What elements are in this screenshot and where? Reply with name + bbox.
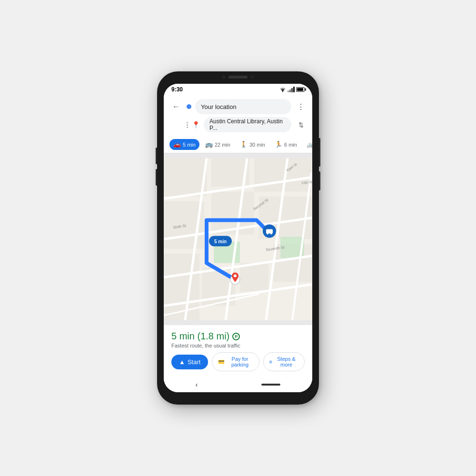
- route-info: 5 min (1.8 mi) P Fastest route, the usua…: [171, 331, 305, 348]
- origin-text: Your location: [201, 103, 237, 110]
- tab-walking[interactable]: 🚶 30 min: [236, 139, 269, 150]
- route-duration: 5 min (1.8 mi): [171, 331, 229, 342]
- svg-point-32: [267, 233, 268, 235]
- home-indicator[interactable]: [261, 384, 280, 386]
- start-label: Start: [188, 358, 200, 366]
- dot2: [187, 124, 188, 126]
- origin-dot-icon: [187, 104, 191, 109]
- volume-up-button[interactable]: [156, 148, 157, 164]
- route-description: Fastest route, the usual traffic: [171, 343, 305, 348]
- swap-button[interactable]: ⇅: [295, 119, 307, 130]
- run-icon: 🏃: [275, 141, 282, 148]
- duration-text: 5 min: [171, 331, 195, 341]
- back-icon: ←: [172, 102, 180, 111]
- phone-nav-bar: ‹: [164, 377, 312, 392]
- phone-notch: [222, 75, 254, 79]
- walking-time: 30 min: [249, 142, 265, 148]
- dot3: [187, 127, 188, 128]
- map-svg: Sixth St Second St Seventh St Egan St Fi…: [164, 153, 312, 325]
- car-icon: 🚗: [173, 141, 181, 148]
- status-bar: 9:30: [164, 84, 312, 95]
- maps-app: ← Your location ⋮ 📍: [164, 95, 312, 392]
- route-time-display: 5 min (1.8 mi) P: [171, 331, 305, 342]
- transit-time: 22 min: [215, 142, 230, 148]
- bottom-panel: 5 min (1.8 mi) P Fastest route, the usua…: [164, 325, 312, 377]
- speaker: [228, 76, 248, 79]
- steps-icon: ≡: [269, 359, 272, 365]
- walk-icon: 🚶: [240, 141, 248, 148]
- more-options-button[interactable]: ⋮: [295, 101, 307, 112]
- clock: 9:30: [171, 86, 183, 93]
- nav-header: ← Your location ⋮ 📍: [164, 95, 312, 136]
- steps-more-label: Steps & more: [274, 356, 298, 367]
- camera: [222, 75, 226, 79]
- swap-icon: ⇅: [298, 121, 304, 129]
- signal-icon: [288, 87, 295, 92]
- back-nav-icon[interactable]: ‹: [196, 381, 198, 388]
- destination-text: Austin Central Library, Austin P...: [209, 118, 286, 131]
- more-icon: ⋮: [297, 102, 305, 111]
- bike-icon: 🚲: [307, 141, 312, 148]
- wifi-icon: [279, 87, 286, 92]
- tab-driving[interactable]: 🚗 5 min: [169, 139, 199, 150]
- svg-point-35: [234, 275, 237, 278]
- route-connector: [187, 122, 188, 128]
- back-button[interactable]: ←: [169, 100, 183, 113]
- svg-point-33: [270, 233, 272, 235]
- map-view[interactable]: Sixth St Second St Seventh St Egan St Fi…: [164, 153, 312, 325]
- destination-input[interactable]: Austin Central Library, Austin P...: [204, 117, 291, 132]
- destination-pin-icon: 📍: [192, 121, 200, 129]
- svg-point-0: [282, 91, 283, 92]
- origin-input[interactable]: Your location: [195, 99, 291, 114]
- battery-icon: [296, 87, 305, 92]
- route-distance: (1.8 mi): [197, 331, 229, 341]
- start-button[interactable]: ▲ Start: [171, 355, 208, 369]
- svg-text:5 min: 5 min: [214, 239, 227, 244]
- pay-icon: 💳: [218, 359, 225, 365]
- svg-rect-9: [164, 254, 199, 320]
- transport-tabs: 🚗 5 min 🚌 22 min 🚶 30 min 🏃 6 min 🚲: [164, 136, 312, 153]
- dot1: [187, 122, 188, 123]
- destination-row: 📍 Austin Central Library, Austin P... ⇅: [187, 117, 307, 132]
- tab-transit[interactable]: 🚌 22 min: [201, 139, 234, 150]
- bus-icon: 🚌: [205, 141, 213, 148]
- tab-cycling[interactable]: 🚲 10 m: [303, 139, 312, 150]
- pay-parking-button[interactable]: 💳 Pay for parking: [212, 352, 259, 371]
- svg-rect-7: [240, 263, 268, 292]
- action-buttons: ▲ Start 💳 Pay for parking ≡ Steps & more: [171, 352, 305, 371]
- phone-screen: 9:30: [164, 84, 312, 392]
- driving-time: 5 min: [183, 142, 196, 148]
- start-nav-icon: ▲: [179, 358, 185, 366]
- volume-down-button[interactable]: [156, 169, 157, 186]
- origin-row: ← Your location ⋮: [169, 99, 307, 114]
- toll-icon: P: [232, 333, 240, 340]
- pay-parking-label: Pay for parking: [227, 356, 253, 367]
- tab-running[interactable]: 🏃 6 min: [271, 139, 301, 150]
- battery-fill: [297, 88, 303, 91]
- status-icons: [279, 87, 305, 92]
- phone-device: 9:30: [157, 71, 319, 405]
- steps-more-button[interactable]: ≡ Steps & more: [263, 352, 305, 371]
- running-time: 6 min: [284, 142, 297, 148]
- sensor: [250, 75, 254, 79]
- svg-rect-2: [164, 159, 207, 197]
